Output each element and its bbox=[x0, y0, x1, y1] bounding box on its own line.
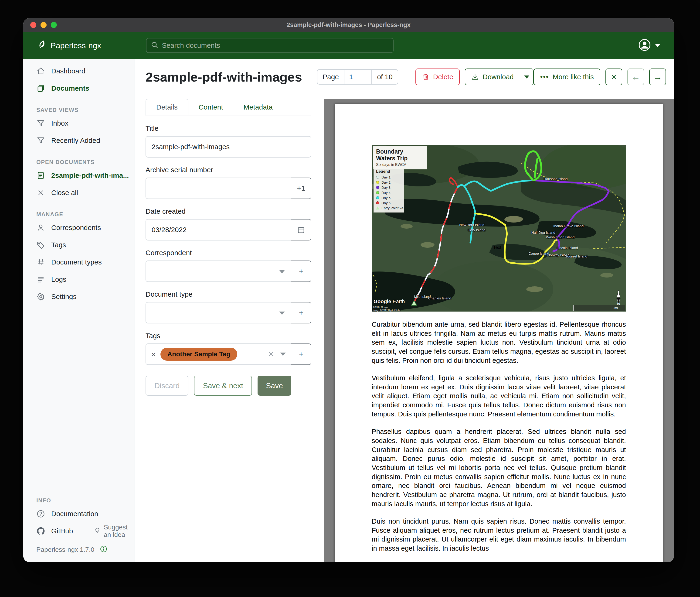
pdf-page: Boundary Waters Trip Six days in BWCA Le… bbox=[335, 104, 663, 562]
sidebar-item-github[interactable]: GitHub Suggest an idea bbox=[23, 522, 134, 540]
remove-tag-icon[interactable]: × bbox=[151, 350, 156, 358]
pdf-paragraph: Curabitur bibendum ante urna, sed blandi… bbox=[372, 320, 626, 365]
map-text-annotation: Text bbox=[493, 245, 501, 250]
tab-metadata[interactable]: Metadata bbox=[233, 99, 283, 116]
delete-button[interactable]: Delete bbox=[416, 69, 460, 85]
tags-select[interactable]: × Another Sample Tag ✕ bbox=[146, 343, 291, 365]
page-label: Page bbox=[317, 69, 344, 85]
search-input[interactable] bbox=[162, 42, 389, 49]
sidebar-item-document-types[interactable]: Document types bbox=[23, 254, 134, 271]
suggest-idea-link[interactable]: Suggest an idea bbox=[94, 524, 134, 539]
sidebar-item-label: GitHub bbox=[51, 527, 73, 535]
legend-item: Day 1 bbox=[376, 175, 402, 179]
map-copyright-2: Image © 2017 DigitalGlobe bbox=[373, 309, 401, 312]
calendar-button[interactable] bbox=[291, 219, 311, 240]
page-number-input[interactable] bbox=[344, 69, 372, 85]
lightbulb-icon bbox=[94, 527, 101, 535]
search-box[interactable] bbox=[146, 38, 394, 53]
island-label: Hausons Island bbox=[544, 177, 568, 181]
sidebar-item-label: Tags bbox=[51, 241, 66, 249]
add-document-type-button[interactable]: + bbox=[291, 302, 311, 324]
sidebar-item-dashboard[interactable]: Dashboard bbox=[23, 63, 134, 80]
pdf-preview-pane[interactable]: Boundary Waters Trip Six days in BWCA Le… bbox=[324, 99, 674, 562]
credit-bold: Google bbox=[374, 298, 391, 304]
tab-content[interactable]: Content bbox=[189, 99, 233, 116]
download-button[interactable]: Download bbox=[465, 69, 520, 85]
chevron-down-icon bbox=[279, 312, 285, 315]
detail-tabs: Details Content Metadata bbox=[146, 99, 311, 116]
brand[interactable]: Paperless-ngx bbox=[36, 39, 101, 51]
asn-field[interactable] bbox=[146, 177, 291, 199]
document-type-select[interactable] bbox=[146, 302, 291, 324]
map-subtitle: Six days in BWCA bbox=[376, 163, 424, 167]
previous-document-button[interactable]: ← bbox=[627, 69, 644, 85]
discard-button[interactable]: Discard bbox=[146, 376, 189, 396]
close-icon bbox=[36, 189, 45, 196]
delete-label: Delete bbox=[433, 73, 453, 81]
sidebar-item-recently-added[interactable]: Recently Added bbox=[23, 132, 134, 149]
page-navigator: Page of 10 bbox=[317, 69, 398, 85]
legend-label: Day 5 bbox=[381, 196, 391, 200]
arrow-right-icon: → bbox=[653, 72, 662, 82]
tab-details[interactable]: Details bbox=[146, 99, 189, 116]
save-next-button[interactable]: Save & next bbox=[194, 376, 252, 396]
close-document-button[interactable]: × bbox=[605, 69, 622, 85]
correspondent-select[interactable] bbox=[146, 261, 291, 282]
document-form: Details Content Metadata Title Archive s… bbox=[146, 99, 311, 396]
sidebar-item-open-document[interactable]: 2sample-pdf-with-ima... bbox=[23, 167, 134, 184]
asn-plus-one-button[interactable]: +1 bbox=[291, 177, 311, 199]
legend-item: Day 2 bbox=[376, 181, 402, 184]
title-field-label: Title bbox=[146, 124, 311, 133]
calendar-icon bbox=[297, 225, 305, 234]
google-earth-credit: Google Earth bbox=[374, 298, 405, 305]
sidebar-item-correspondents[interactable]: Correspondents bbox=[23, 219, 134, 236]
person-icon bbox=[36, 223, 45, 232]
island-label: New York Island bbox=[459, 223, 484, 227]
map-legend: Legend Day 1 Day 2 Day 3 Day 4 Day 5 Day… bbox=[374, 167, 404, 213]
sidebar-item-documents[interactable]: Documents bbox=[23, 80, 134, 97]
credit-rest: Earth bbox=[391, 298, 405, 304]
chevron-down-icon bbox=[655, 44, 660, 47]
filter-icon bbox=[36, 119, 45, 127]
day1-swatch bbox=[376, 176, 379, 179]
legend-item: Day 4 bbox=[376, 191, 402, 195]
download-options-button[interactable] bbox=[520, 69, 534, 85]
date-created-field[interactable] bbox=[146, 219, 291, 240]
documents-icon bbox=[36, 84, 45, 93]
page-total-label: of 10 bbox=[372, 69, 398, 85]
user-avatar-icon bbox=[638, 39, 651, 52]
compass-icon: N bbox=[614, 289, 623, 306]
sidebar-item-settings[interactable]: Settings bbox=[23, 288, 134, 305]
pdf-paragraph: Phasellus dapibus quam a hendrerit place… bbox=[372, 427, 626, 508]
arrow-left-icon: ← bbox=[631, 72, 640, 82]
legend-label: Day 6 bbox=[381, 201, 391, 205]
clear-tags-icon[interactable]: ✕ bbox=[268, 350, 274, 359]
add-correspondent-button[interactable]: + bbox=[291, 261, 311, 282]
tag-chip[interactable]: Another Sample Tag bbox=[160, 348, 237, 361]
add-tag-button[interactable]: + bbox=[291, 343, 311, 365]
island-label: Indian Grave Island bbox=[553, 224, 583, 228]
sidebar-item-close-all[interactable]: Close all bbox=[23, 184, 134, 201]
sidebar-item-tags[interactable]: Tags bbox=[23, 236, 134, 254]
form-actions: Discard Save & next Save bbox=[146, 376, 311, 396]
sidebar-item-inbox[interactable]: Inbox bbox=[23, 115, 134, 132]
sidebar-item-label: Correspondents bbox=[51, 224, 101, 232]
legend-label: Entry Point 24 bbox=[381, 206, 403, 210]
tags-label: Tags bbox=[146, 332, 311, 340]
download-icon bbox=[471, 73, 479, 80]
map-graphic bbox=[372, 145, 626, 312]
next-document-button[interactable]: → bbox=[649, 69, 666, 85]
page-title: 2sample-pdf-with-images bbox=[146, 69, 302, 85]
main-area: 2sample-pdf-with-images Page of 10 Delet… bbox=[135, 59, 674, 562]
info-icon[interactable] bbox=[100, 545, 107, 554]
title-field[interactable] bbox=[146, 136, 311, 158]
download-split-button: Download bbox=[465, 69, 533, 85]
download-label: Download bbox=[482, 73, 514, 81]
save-button[interactable]: Save bbox=[257, 376, 291, 396]
sidebar-item-logs[interactable]: Logs bbox=[23, 271, 134, 288]
legend-label: Day 4 bbox=[381, 191, 391, 195]
more-like-this-button[interactable]: ••• More like this bbox=[534, 69, 600, 85]
suggest-idea-label: Suggest an idea bbox=[104, 524, 134, 539]
sidebar-item-documentation[interactable]: Documentation bbox=[23, 505, 134, 522]
user-menu[interactable] bbox=[638, 32, 660, 59]
